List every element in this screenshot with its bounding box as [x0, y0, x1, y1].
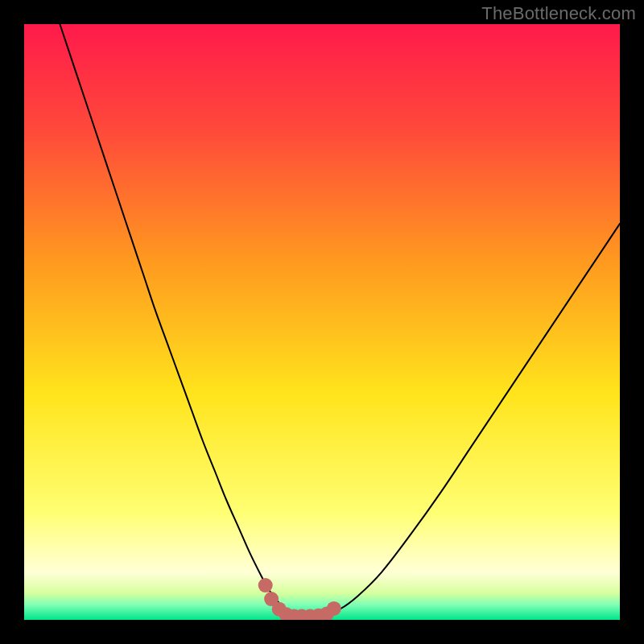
chart-frame: TheBottleneck.com — [0, 0, 644, 644]
chart-canvas — [24, 24, 620, 620]
watermark-text: TheBottleneck.com — [481, 3, 636, 24]
marker-dot — [258, 578, 273, 592]
marker-dot — [327, 601, 341, 616]
gradient-background — [24, 24, 620, 620]
plot-area — [24, 24, 620, 620]
